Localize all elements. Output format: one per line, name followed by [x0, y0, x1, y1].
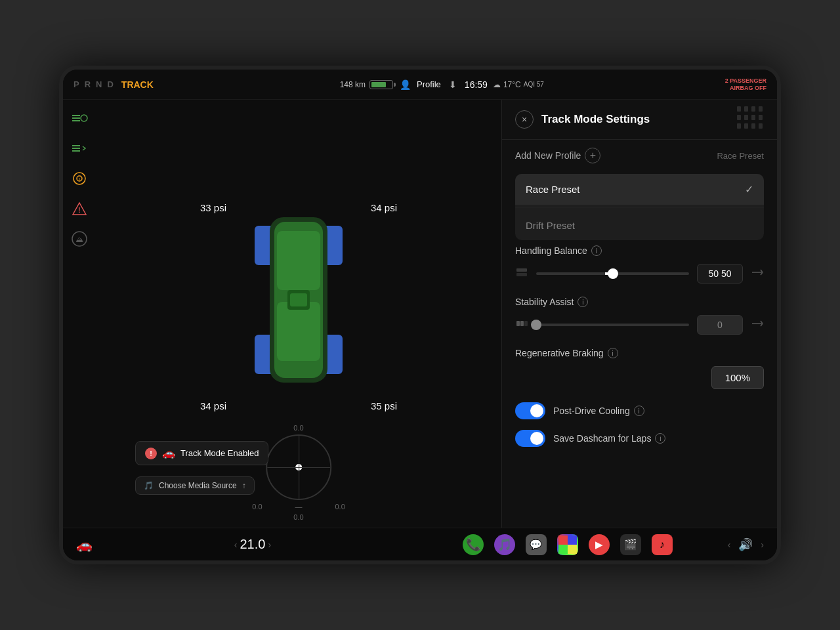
steering-values: 0.0 — 0.0: [252, 503, 345, 511]
media-source-text: Choose Media Source: [159, 481, 237, 490]
profile-button[interactable]: Profile: [417, 79, 441, 89]
speed-display: ‹ 21.0 ›: [98, 537, 408, 552]
gear-track: TRACK: [121, 79, 154, 90]
tire-rr-label: 35 psi: [371, 400, 397, 411]
weather-info: ☁ 17°C AQI 57: [493, 80, 544, 89]
track-settings-panel: × Track Mode Settings Add New Profile +: [501, 100, 777, 528]
regen-braking-label: Regenerative Braking i: [515, 348, 764, 358]
speed-value: 21.0: [240, 537, 265, 552]
svg-text:⛰: ⛰: [75, 235, 83, 244]
app-video[interactable]: 🎬: [620, 534, 641, 555]
svg-rect-38: [568, 545, 577, 554]
svg-rect-25: [516, 273, 527, 276]
add-profile-button[interactable]: Add New Profile +: [515, 148, 636, 163]
tire-pressures: 33 psi 34 psi 34 psi 35 psi: [187, 189, 410, 438]
tire-fr-label: 34 psi: [371, 202, 397, 213]
tire-front-left: 33 psi: [200, 202, 226, 214]
post-drive-cooling-row: Post-Drive Cooling i: [515, 402, 764, 419]
tire-pressure-icon: !: [69, 168, 90, 189]
svg-rect-19: [277, 231, 320, 290]
tire-rear-right: 35 psi: [371, 400, 397, 412]
app-phone[interactable]: 📞: [463, 534, 484, 555]
track-car-icon: 🚗: [162, 447, 175, 459]
panel-body: Add New Profile + Race Preset Race Prese…: [502, 140, 777, 465]
profile-label: Profile: [417, 79, 441, 89]
svg-rect-31: [524, 321, 528, 326]
media-arrow-icon: ↑: [242, 481, 246, 490]
post-drive-cooling-info-icon[interactable]: i: [634, 406, 644, 416]
profile-option-race[interactable]: Race Preset ✓: [515, 174, 764, 205]
regen-braking-section: Regenerative Braking i 100%: [515, 348, 764, 389]
app-music[interactable]: 🎵: [494, 534, 515, 555]
app-messages[interactable]: 💬: [526, 534, 547, 555]
steering-circle: [266, 434, 331, 500]
stability-left-icon: [515, 318, 528, 331]
status-bar: P R N D TRACK 148 km 👤 Profile ⬇ 16:59 ☁…: [63, 70, 777, 100]
profile-name-display: Race Preset: [644, 151, 765, 161]
stability-assist-label: Stability Assist i: [515, 297, 764, 307]
track-mode-banner[interactable]: ! 🚗 Track Mode Enabled: [135, 441, 268, 465]
taskbar: 🚗 ‹ 21.0 › 📞 🎵 💬 ▶ 🎬 ♪ ‹: [63, 528, 777, 560]
media-source-bar[interactable]: 🎵 Choose Media Source ↑: [135, 476, 255, 495]
handling-balance-slider[interactable]: [536, 272, 689, 275]
warning-icon: !: [69, 198, 90, 219]
tire-pattern-decoration: [737, 106, 764, 130]
stability-assist-info-icon[interactable]: i: [578, 297, 588, 307]
track-mode-text: Track Mode Enabled: [180, 448, 259, 458]
connection-icon: 👤: [398, 78, 411, 91]
volume-icon[interactable]: 🔊: [738, 537, 753, 552]
panel-title: Track Mode Settings: [541, 113, 650, 126]
stability-assist-slider-row: 0: [515, 315, 764, 335]
vehicle-display: 33 psi 34 psi 34 psi 35 psi: [96, 100, 501, 528]
tire-front-right: 34 psi: [371, 202, 397, 214]
app-spotify[interactable]: ▶: [589, 534, 610, 555]
handling-balance-right-icon: [751, 267, 764, 280]
gear-p: P: [74, 79, 81, 89]
weather-icon: ☁: [493, 80, 501, 89]
svg-rect-24: [516, 268, 527, 272]
aqi-badge: AQI 57: [524, 81, 544, 88]
steering-right: 0.0: [335, 503, 345, 511]
temperature: 17°C: [503, 80, 521, 89]
profile-option-drift[interactable]: Drift Preset: [515, 211, 764, 240]
regen-braking-value-row: 100%: [515, 366, 764, 389]
battery-km: 148 km: [340, 80, 366, 89]
tire-fl-label: 33 psi: [200, 202, 226, 213]
handling-balance-info-icon[interactable]: i: [591, 245, 602, 256]
profile-section: Add New Profile + Race Preset: [515, 148, 764, 163]
taskbar-right-arrow[interactable]: ›: [761, 539, 764, 550]
post-drive-cooling-label: Post-Drive Cooling i: [553, 406, 644, 416]
time-display: 16:59: [465, 79, 488, 90]
add-profile-label: Add New Profile: [515, 150, 581, 161]
gear-d: D: [107, 79, 114, 89]
profile-dropdown: Race Preset ✓ Drift Preset: [515, 174, 764, 240]
svg-text:!: !: [79, 177, 80, 182]
tesla-screen: P R N D TRACK 148 km 👤 Profile ⬇ 16:59 ☁…: [59, 66, 781, 564]
save-dashcam-label: Save Dashcam for Laps i: [553, 433, 665, 444]
battery-fill: [371, 82, 386, 87]
stability-assist-section: Stability Assist i: [515, 297, 764, 335]
speed-down-arrow[interactable]: ‹: [234, 539, 238, 550]
fog-lights-icon[interactable]: [69, 138, 90, 159]
music-note-icon: 🎵: [144, 481, 154, 490]
app-apple-music[interactable]: ♪: [652, 534, 673, 555]
save-dashcam-toggle[interactable]: [515, 430, 545, 447]
speed-up-arrow[interactable]: ›: [268, 539, 271, 550]
save-dashcam-info-icon[interactable]: i: [655, 433, 665, 444]
post-drive-cooling-toggle[interactable]: [515, 402, 545, 419]
car-svg: [243, 205, 354, 398]
battery-bar: [369, 80, 393, 89]
svg-rect-35: [558, 536, 568, 545]
car-navigation-icon[interactable]: 🚗: [76, 537, 93, 553]
save-dashcam-row: Save Dashcam for Laps i: [515, 430, 764, 447]
taskbar-right: ‹ 🔊 ›: [728, 537, 764, 552]
handling-balance-slider-row: 50 50: [515, 264, 764, 284]
svg-point-3: [81, 115, 87, 121]
close-button[interactable]: ×: [515, 110, 534, 129]
taskbar-left-arrow[interactable]: ‹: [728, 539, 731, 550]
regen-braking-info-icon[interactable]: i: [608, 348, 618, 358]
headlights-icon[interactable]: [69, 108, 90, 129]
stability-assist-slider[interactable]: [536, 324, 689, 326]
app-multicolor[interactable]: [557, 534, 578, 555]
stability-right-icon: [751, 318, 764, 331]
